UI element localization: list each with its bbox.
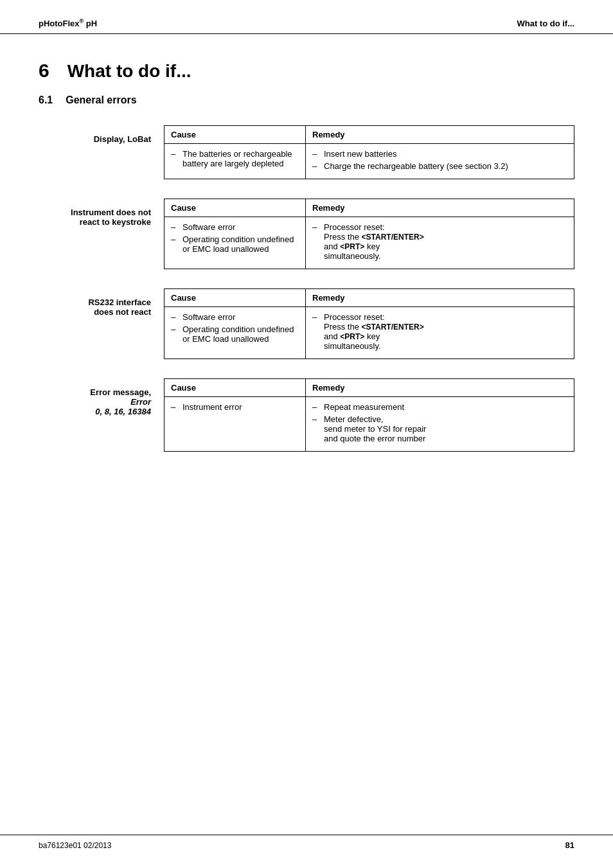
bullet-item: – Instrument error <box>171 402 299 412</box>
bullet-item: – Software error <box>171 222 299 232</box>
bullet-dash: – <box>312 402 320 412</box>
bullet-text: Operating condition undefined or EMC loa… <box>182 324 299 344</box>
bullet-item: – Operating condition undefined or EMC l… <box>171 235 299 254</box>
cause-header: Cause <box>164 199 306 217</box>
bullet-item: – Operating condition undefined or EMC l… <box>171 324 299 344</box>
bullet-dash: – <box>171 402 179 412</box>
bullet-dash: – <box>171 312 179 322</box>
bullet-text: Operating condition undefined or EMC loa… <box>182 235 299 254</box>
bullet-item: – Insert new batteries <box>312 149 567 159</box>
bullet-text: Software error <box>182 222 299 232</box>
header-right: What to do if... <box>517 19 574 28</box>
cause-cell: – Software error – Operating condition u… <box>164 307 306 359</box>
bullet-item: – Repeat measurement <box>312 402 567 412</box>
bullet-dash: – <box>312 149 320 159</box>
error-label-text1: Error message, <box>90 387 151 397</box>
footer-page-number: 81 <box>565 840 574 850</box>
error-table-rs232: Cause Remedy – Software error – <box>164 288 574 359</box>
remedy-header: Remedy <box>306 126 574 144</box>
bullet-text: Charge the rechargeable battery (see sec… <box>324 161 567 171</box>
table-row: – Instrument error – Repeat measurement … <box>164 397 574 452</box>
remedy-header: Remedy <box>306 199 574 217</box>
remedy-cell: – Insert new batteries – Charge the rech… <box>306 144 574 179</box>
cause-cell: – Software error – Operating condition u… <box>164 217 306 269</box>
page-footer: ba76123e01 02/2013 81 <box>0 835 613 850</box>
cause-header: Cause <box>164 126 306 144</box>
cause-header: Cause <box>164 289 306 307</box>
remedy-header: Remedy <box>306 379 574 397</box>
chapter-number: 6 <box>39 60 49 82</box>
cause-cell: – Instrument error <box>164 397 306 452</box>
chapter-heading: 6 What to do if... <box>39 60 574 82</box>
bullet-item: – Processor reset:Press the <START/ENTER… <box>312 222 567 261</box>
error-label-text3: 0, 8, 16, 16384 <box>95 407 151 416</box>
bullet-dash: – <box>171 222 179 232</box>
bullet-dash: – <box>312 312 320 351</box>
error-label-text: Display, LoBat <box>94 134 151 144</box>
bullet-dash: – <box>171 324 179 344</box>
remedy-cell: – Processor reset:Press the <START/ENTER… <box>306 307 574 359</box>
bullet-text: Processor reset:Press the <START/ENTER>a… <box>324 222 567 261</box>
header-left: pHotoFlex® pH <box>39 18 97 28</box>
bullet-dash: – <box>312 414 320 443</box>
bullet-item: – Software error <box>171 312 299 322</box>
bullet-text: Insert new batteries <box>324 149 567 159</box>
table-row: – Software error – Operating condition u… <box>164 307 574 359</box>
main-content: 6 What to do if... 6.1 General errors Di… <box>0 34 613 497</box>
error-block-keystroke: Instrument does notreact to keystroke Ca… <box>39 199 574 269</box>
bullet-item: – Charge the rechargeable battery (see s… <box>312 161 567 171</box>
section-heading: 6.1 General errors <box>39 94 574 106</box>
remedy-cell: – Repeat measurement – Meter defective,s… <box>306 397 574 452</box>
bullet-text: The batteries or rechargeable battery ar… <box>182 149 299 168</box>
error-block-errormsg: Error message, Error 0, 8, 16, 16384 Cau… <box>39 378 574 452</box>
bullet-text: Instrument error <box>182 402 299 412</box>
bullet-dash: – <box>171 149 179 168</box>
error-block-rs232: RS232 interfacedoes not react Cause Reme… <box>39 288 574 359</box>
error-table-errormsg: Cause Remedy – Instrument error <box>164 378 574 452</box>
error-table-keystroke: Cause Remedy – Software error – <box>164 199 574 269</box>
footer-doc-number: ba76123e01 02/2013 <box>39 841 111 850</box>
bullet-item: – Meter defective,send meter to YSI for … <box>312 414 567 443</box>
page-header: pHotoFlex® pH What to do if... <box>0 0 613 34</box>
error-label-lobat: Display, LoBat <box>39 125 164 144</box>
bullet-item: – The batteries or rechargeable battery … <box>171 149 299 168</box>
table-row: – Software error – Operating condition u… <box>164 217 574 269</box>
bullet-item: – Processor reset:Press the <START/ENTER… <box>312 312 567 351</box>
product-name: pHotoFlex® pH <box>39 19 97 28</box>
remedy-cell: – Processor reset:Press the <START/ENTER… <box>306 217 574 269</box>
bullet-text: Processor reset:Press the <START/ENTER>a… <box>324 312 567 351</box>
cause-header: Cause <box>164 379 306 397</box>
table-row: – The batteries or rechargeable battery … <box>164 144 574 179</box>
error-label-text: RS232 interfacedoes not react <box>88 297 151 317</box>
bullet-text: Meter defective,send meter to YSI for re… <box>324 414 567 443</box>
error-label-keystroke: Instrument does notreact to keystroke <box>39 199 164 227</box>
bullet-dash: – <box>171 235 179 254</box>
remedy-header: Remedy <box>306 289 574 307</box>
error-label-rs232: RS232 interfacedoes not react <box>39 288 164 317</box>
error-block-lobat: Display, LoBat Cause Remedy – The batter… <box>39 125 574 179</box>
cause-cell: – The batteries or rechargeable battery … <box>164 144 306 179</box>
bullet-dash: – <box>312 161 320 171</box>
error-label-text: Instrument does notreact to keystroke <box>71 208 151 227</box>
chapter-title: What to do if... <box>67 61 191 82</box>
section-number: 6.1 <box>39 94 53 106</box>
error-label-text2: Error <box>130 397 151 407</box>
bullet-text: Software error <box>182 312 299 322</box>
page: pHotoFlex® pH What to do if... 6 What to… <box>0 0 613 868</box>
bullet-dash: – <box>312 222 320 261</box>
section-title: General errors <box>66 94 136 106</box>
bullet-text: Repeat measurement <box>324 402 567 412</box>
error-table-lobat: Cause Remedy – The batteries or recharge… <box>164 125 574 179</box>
error-label-errormsg: Error message, Error 0, 8, 16, 16384 <box>39 378 164 416</box>
